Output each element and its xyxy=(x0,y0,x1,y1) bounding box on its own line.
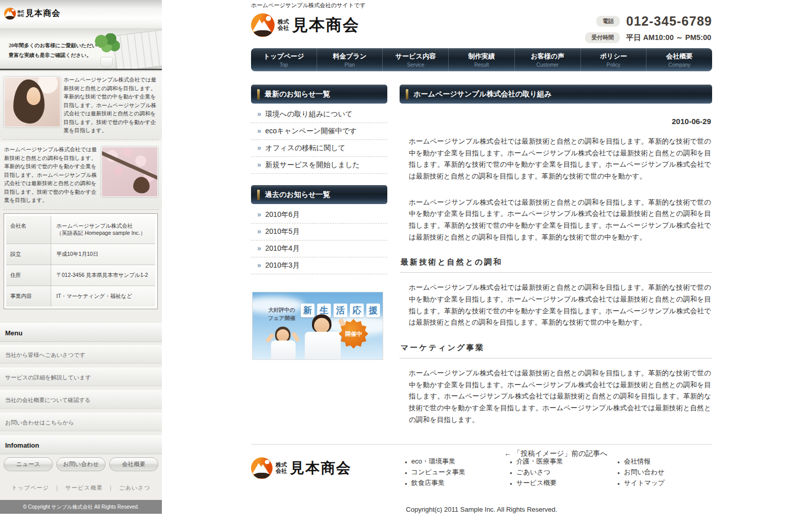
company-name: 見本商会 xyxy=(26,8,60,19)
double-arrow-icon: » xyxy=(257,227,261,235)
menu-heading: Menu xyxy=(0,323,162,342)
plant-leaves xyxy=(93,33,120,56)
news-link[interactable]: »オフィスの移転に関して xyxy=(251,140,387,157)
footer-link-label: コンピュータ事業 xyxy=(411,467,466,477)
contact-info: 電話 012-345-6789 受付時間 平日 AM10:00 ～ PM5:00 xyxy=(585,14,712,43)
footer-link-greeting[interactable]: ごあいさつ xyxy=(119,485,150,491)
footer-link-service[interactable]: サービス概要 xyxy=(66,485,103,491)
footer-link[interactable]: ●お問い合わせ xyxy=(617,467,665,478)
cherry-blossom-photo xyxy=(101,147,158,197)
footer-link[interactable]: ●サイトマップ xyxy=(617,478,665,489)
footer-link-top[interactable]: トップページ xyxy=(11,485,49,491)
sun-dot xyxy=(12,9,14,12)
preview-header: 株式 会社 見本商会 xyxy=(0,0,162,28)
footer-link[interactable]: ●会社情報 xyxy=(617,456,665,467)
site-tagline: ホームページサンプル株式会社のサイトです xyxy=(251,2,366,9)
archive-news-list: »2010年6月 »2010年5月 »2010年4月 »2010年3月 xyxy=(251,207,387,274)
company-name: 見本商会 xyxy=(292,14,360,36)
fuji-sun-logo-icon xyxy=(251,13,275,37)
menu-item-service[interactable]: サービスの詳細を解説しています xyxy=(0,368,162,386)
menu-item-greeting[interactable]: 当社から皆様へごあいさつです xyxy=(0,345,162,364)
news-link-label: ecoキャンペーン開催中です xyxy=(265,127,357,136)
contact-button[interactable]: お問い合わせ xyxy=(56,457,106,471)
intro-block-2: ホームページサンプル株式会社では最新技術と自然との調和を目指します。革新的な技術… xyxy=(0,142,162,208)
sun-dot xyxy=(266,16,271,21)
archive-link[interactable]: »2010年5月 xyxy=(251,224,387,240)
nav-label: 会社概要 xyxy=(666,52,693,61)
info-button-row: ニュース お問い合わせ 会社概要 xyxy=(0,457,162,471)
main-navigation: トップページ Top 料金プラン Plan サービス内容 Service 制作実… xyxy=(251,48,712,71)
campaign-banner[interactable]: 大好評中の フェア開催 新 生 活 応 援 xyxy=(252,292,383,360)
row-label: 事業内容 xyxy=(6,286,51,307)
news-link[interactable]: »ecoキャンペーン開催中です xyxy=(251,123,387,140)
table-row: 設立 平成10年1月10日 xyxy=(6,244,155,265)
footer-link-label: サービス概要 xyxy=(516,478,557,488)
double-arrow-icon: » xyxy=(257,160,261,169)
divider xyxy=(3,139,159,139)
news-link[interactable]: »環境への取り組みについて xyxy=(251,106,387,123)
news-link[interactable]: »新規サービスを開始しました xyxy=(251,157,387,174)
nav-item-result[interactable]: 制作実績 Result xyxy=(449,48,515,71)
nav-label: 制作実績 xyxy=(468,52,495,61)
nav-item-company[interactable]: 会社概要 Company xyxy=(647,48,712,71)
footer-link[interactable]: ●飲食店事業 xyxy=(405,478,465,489)
footer-column-3: ●会社情報 ●お問い合わせ ●サイトマップ xyxy=(617,456,665,489)
mountain-shape xyxy=(253,19,271,31)
copyright-text: Copyright(c) 2011 Sample Inc. All Rights… xyxy=(251,506,712,513)
menu-item-contact[interactable]: お問い合わせはこちらから xyxy=(0,413,162,431)
nav-item-service[interactable]: サービス内容 Service xyxy=(383,48,449,71)
footer-link[interactable]: ●介護・医療事業 xyxy=(510,456,563,467)
mountain-shape xyxy=(253,463,269,474)
nav-item-customer[interactable]: お客様の声 Customer xyxy=(515,48,581,71)
footer-link[interactable]: ●eco・環境事業 xyxy=(405,456,465,467)
archive-link[interactable]: »2010年4月 xyxy=(251,240,387,257)
nav-sublabel: Plan xyxy=(345,62,355,68)
row-label: 住所 xyxy=(6,265,51,286)
nav-item-plan[interactable]: 料金プラン Plan xyxy=(317,48,383,71)
nav-sublabel: Top xyxy=(280,62,288,68)
infomation-heading: Infomation xyxy=(0,435,162,454)
company-prefix: 株式 会社 xyxy=(276,462,287,474)
campaign-catch-line1: 大好評中の xyxy=(268,306,295,314)
bullet-icon: ● xyxy=(617,468,620,478)
row-value: IT・マーケティング・福祉など xyxy=(51,286,155,307)
plant-photo xyxy=(91,33,122,67)
footer-link[interactable]: ●コンピュータ事業 xyxy=(405,467,465,478)
news-button[interactable]: ニュース xyxy=(4,457,53,471)
site-preview-panel: 株式 会社 見本商会 20年間多くのお客様にご愛顧いただいております。 豊富な実… xyxy=(0,0,162,514)
footer-link-label: eco・環境事業 xyxy=(411,456,455,466)
blossom-branch xyxy=(101,151,158,181)
heading-text: 過去のお知らせ一覧 xyxy=(265,190,330,199)
nav-item-top[interactable]: トップページ Top xyxy=(251,48,317,71)
plant-pot xyxy=(100,57,113,67)
sun-dot xyxy=(265,460,269,465)
intro-text-2: ホームページサンプル株式会社では最新技術と自然との調和を目指します。革新的な技術… xyxy=(4,145,98,205)
section-heading-marketing: マーケティング事業 xyxy=(400,343,712,358)
header-logo[interactable]: 株式 会社 見本商会 xyxy=(251,13,360,37)
preview-footer-links: トップページ ｜ サービス概要 ｜ ごあいさつ xyxy=(0,476,162,500)
company-button[interactable]: 会社概要 xyxy=(109,457,158,471)
footer-column-1: ●eco・環境事業 ●コンピュータ事業 ●飲食店事業 xyxy=(405,456,465,489)
archive-link-label: 2010年4月 xyxy=(265,244,300,253)
footer-link[interactable]: ●サービス概要 xyxy=(510,478,563,489)
footer-link[interactable]: ●ごあいさつ xyxy=(510,467,563,478)
double-arrow-icon: » xyxy=(257,210,261,218)
business-hours: 平日 AM10:00 ～ PM5:00 xyxy=(626,33,712,43)
blossom-person-head xyxy=(133,177,150,194)
double-arrow-icon: » xyxy=(257,244,261,252)
bullet-icon: ● xyxy=(510,479,512,489)
news-sidebar: 最新のお知らせ一覧 »環境への取り組みについて »ecoキャンペーン開催中です … xyxy=(251,85,387,360)
footer-logo: 株式 会社 見本商会 xyxy=(251,457,351,479)
article-main: ホームページサンプル株式会社の取り組み 2010-06-29 ホームページサンプ… xyxy=(400,85,712,458)
section-paragraph: ホームページサンプル株式会社では最新技術と自然との調和を目指します。革新的な技術… xyxy=(400,368,712,426)
archive-link[interactable]: »2010年3月 xyxy=(251,257,387,274)
double-arrow-icon: » xyxy=(257,261,261,269)
section-heading-technology: 最新技術と自然との調和 xyxy=(400,257,712,273)
nav-sublabel: Service xyxy=(407,62,424,68)
row-label: 設立 xyxy=(6,244,51,265)
double-arrow-icon: » xyxy=(257,110,261,118)
nav-item-policy[interactable]: ポリシー Policy xyxy=(581,48,647,71)
archive-link[interactable]: »2010年6月 xyxy=(251,207,387,224)
menu-item-company[interactable]: 当社の会社概要について確認する xyxy=(0,390,162,409)
footer-column-2: ●介護・医療事業 ●ごあいさつ ●サービス概要 xyxy=(510,456,563,489)
